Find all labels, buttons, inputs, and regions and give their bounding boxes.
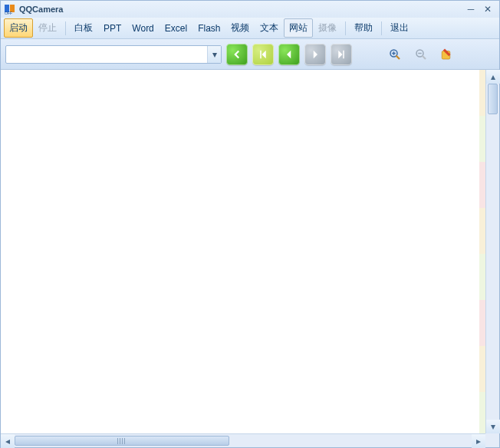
chevron-left-icon [282,48,296,61]
content-wrap: ▴ ▾ ◂ ▸ [1,70,499,447]
address-input[interactable] [6,46,207,63]
menu-whiteboard[interactable]: 白板 [69,18,98,38]
scroll-left-icon[interactable]: ◂ [1,434,15,448]
menu-excel[interactable]: Excel [160,20,192,37]
vertical-scrollbar[interactable]: ▴ ▾ [485,70,499,433]
menu-separator [381,21,382,35]
edit-button[interactable] [436,44,458,65]
app-icon: OFF [4,3,16,15]
horizontal-scrollbar[interactable]: ◂ ▸ [1,433,485,447]
last-icon [334,48,348,61]
minimize-button[interactable]: ─ [462,3,479,15]
edit-icon [440,48,454,61]
side-strip [479,70,485,433]
scroll-down-icon[interactable]: ▾ [486,420,500,433]
menu-camera: 摄像 [313,18,342,38]
menu-start[interactable]: 启动 [4,18,33,38]
hscroll-thumb[interactable] [15,436,229,446]
content-area: ▴ ▾ [1,70,499,433]
menu-website[interactable]: 网站 [284,18,313,38]
hscroll-track[interactable] [15,434,472,447]
menu-flash[interactable]: Flash [192,20,225,37]
first-button[interactable] [252,44,274,65]
back-button[interactable] [226,44,248,65]
address-combo[interactable]: ▾ [5,45,222,64]
last-button[interactable] [331,44,352,65]
first-icon [256,48,270,61]
vscroll-track[interactable] [486,84,499,420]
scroll-corner [485,433,499,447]
menu-stop: 停止 [33,18,62,38]
arrow-left-icon [230,48,244,61]
menu-separator [345,21,346,35]
zoom-in-icon [388,48,402,61]
chevron-right-icon [308,48,322,61]
zoom-in-button[interactable] [384,44,406,65]
menu-help[interactable]: 帮助 [349,18,378,38]
menu-video[interactable]: 视频 [225,18,255,38]
zoom-out-icon [414,48,428,61]
zoom-out-button[interactable] [410,44,432,65]
menu-separator [65,21,66,35]
canvas[interactable] [1,70,479,433]
app-title: QQCamera [19,5,462,14]
menu-exit[interactable]: 退出 [385,18,414,38]
menu-ppt[interactable]: PPT [98,20,127,37]
toolbar: ▾ [1,39,499,70]
svg-text:OFF: OFF [5,11,12,15]
prev-button[interactable] [278,44,300,65]
combo-caret-icon[interactable]: ▾ [207,46,221,63]
menubar: 启动 停止 白板 PPT Word Excel Flash 视频 文本 网站 摄… [1,18,499,39]
menu-text[interactable]: 文本 [255,18,284,38]
vscroll-thumb[interactable] [488,84,498,114]
titlebar: OFF QQCamera ─ ✕ [1,1,499,18]
next-button[interactable] [304,44,326,65]
scroll-up-icon[interactable]: ▴ [486,70,500,84]
menu-word[interactable]: Word [127,20,159,37]
scroll-right-icon[interactable]: ▸ [472,434,485,448]
close-button[interactable]: ✕ [479,3,496,15]
app-window: OFF QQCamera ─ ✕ 启动 停止 白板 PPT Word Excel… [0,0,500,448]
